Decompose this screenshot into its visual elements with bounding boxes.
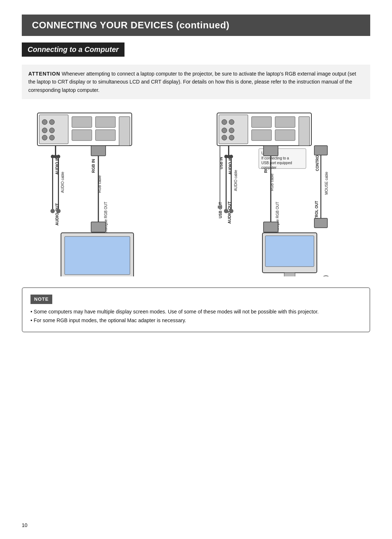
svg-rect-40 [275,130,295,141]
svg-point-71 [229,209,233,213]
section-title: Connecting to a Computer [22,42,124,57]
svg-rect-77 [314,146,327,155]
svg-point-47 [229,135,234,140]
header-title: CONNECTING YOUR DEVICES (continued) [32,20,229,31]
svg-point-70 [224,209,228,213]
page-header: CONNECTING YOUR DEVICES (continued) [22,15,370,36]
svg-rect-76 [264,222,278,232]
attention-label: ATTENTION [28,71,60,77]
svg-rect-81 [265,236,314,267]
attention-box: ATTENTION Whenever attempting to connect… [22,65,370,99]
note-box: NOTE Some computers may have multiple di… [22,287,370,332]
svg-rect-29 [91,222,106,232]
svg-point-25 [50,209,55,213]
svg-point-43 [229,119,234,125]
svg-rect-38 [275,117,295,127]
svg-text:USB OUT: USB OUT [219,202,222,218]
svg-rect-39 [252,130,271,141]
svg-point-8 [49,119,54,125]
svg-text:RGB IN: RGB IN [91,159,95,173]
svg-point-7 [42,119,47,125]
svg-text:USB port equipped: USB port equipped [261,161,292,165]
svg-text:If connecting to a: If connecting to a [261,156,289,160]
laptop-svg: AUDIO IN AUDIO cable AUDIO OUT RGB IN RG… [26,109,186,276]
desktop-diagram: USB IN AUDIO IN AUDIO cable AUDIO OUT US… [201,109,370,276]
diagrams-row: AUDIO IN AUDIO cable AUDIO OUT RGB IN RG… [22,109,370,276]
desktop-svg: USB IN AUDIO IN AUDIO cable AUDIO OUT US… [206,109,366,276]
svg-rect-2 [72,117,92,127]
svg-rect-31 [65,236,130,275]
svg-rect-5 [95,130,115,141]
svg-point-46 [222,135,227,140]
svg-text:computer: computer [261,166,277,170]
svg-point-10 [49,128,54,133]
svg-rect-27 [91,146,106,156]
laptop-diagram: AUDIO IN AUDIO cable AUDIO OUT RGB IN RG… [22,109,191,276]
svg-point-9 [42,128,47,133]
svg-rect-6 [119,117,130,146]
svg-point-45 [229,128,234,133]
note-item-1: Some computers may have multiple display… [30,308,362,316]
svg-rect-79 [314,218,327,228]
note-item-2: For some RGB input modes, the optional M… [30,316,362,325]
svg-point-26 [56,209,61,213]
svg-point-44 [222,128,227,133]
svg-point-85 [320,276,332,276]
svg-point-42 [222,119,227,125]
svg-point-11 [42,135,47,140]
note-list: Some computers may have multiple display… [30,308,362,325]
attention-text: Whenever attempting to connect a laptop … [28,71,356,93]
svg-point-67 [229,155,233,158]
svg-rect-74 [264,146,278,156]
svg-rect-41 [299,117,310,146]
svg-rect-4 [72,130,92,141]
svg-text:AUDIO cable: AUDIO cable [234,170,238,191]
svg-rect-37 [252,117,271,127]
svg-point-22 [57,155,60,158]
svg-rect-73 [218,206,222,208]
page: CONNECTING YOUR DEVICES (continued) Conn… [0,0,392,539]
note-label: NOTE [30,295,52,304]
svg-rect-82 [284,273,295,276]
svg-text:AUDIO cable: AUDIO cable [61,171,65,193]
svg-rect-3 [95,117,115,127]
page-number: 10 [22,522,28,528]
svg-point-12 [49,135,54,140]
svg-text:MOUSE cable: MOUSE cable [324,171,328,195]
